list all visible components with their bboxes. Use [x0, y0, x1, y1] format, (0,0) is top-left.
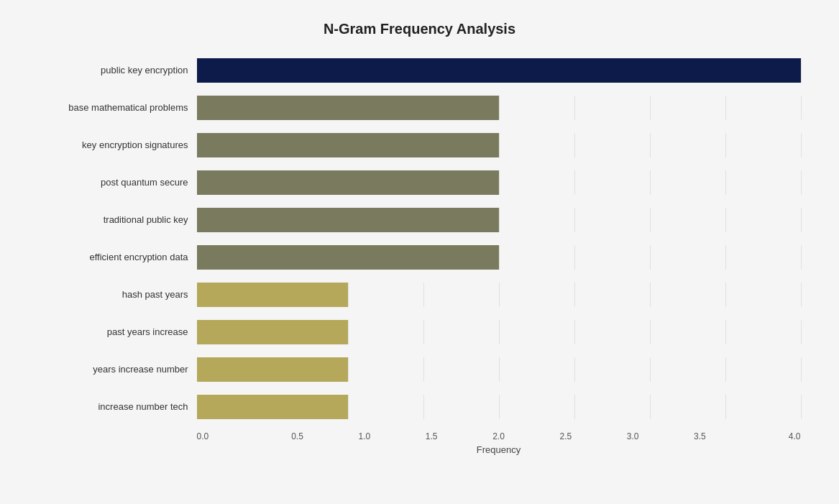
bar-fill: [197, 357, 348, 382]
chart-title: N-Gram Frequency Analysis: [39, 21, 801, 37]
x-axis-tick-label: 1.0: [331, 431, 398, 441]
bar-label: efficient encryption data: [39, 252, 197, 262]
bar-row: efficient encryption data: [39, 239, 801, 276]
x-axis-tick-label: 2.0: [465, 431, 532, 441]
bar-fill: [197, 170, 499, 195]
bar-fill: [197, 245, 499, 270]
bar-row: hash past years: [39, 276, 801, 313]
x-axis-tick-label: 3.5: [666, 431, 733, 441]
bar-row: years increase number: [39, 351, 801, 388]
bar-label: past years increase: [39, 326, 197, 337]
bar-label: traditional public key: [39, 214, 197, 225]
x-axis-tick-label: 3.0: [599, 431, 666, 441]
x-axis-tick-label: 4.0: [733, 431, 800, 441]
bar-row: post quantum secure: [39, 164, 801, 201]
bar-label: years increase number: [39, 364, 197, 375]
x-axis-title: Frequency: [197, 444, 801, 455]
bar-row: traditional public key: [39, 201, 801, 239]
bar-fill: [197, 133, 499, 157]
bar-label: base mathematical problems: [39, 102, 197, 113]
bar-row: increase number tech: [39, 388, 801, 426]
bar-label: post quantum secure: [39, 177, 197, 188]
bar-label: increase number tech: [39, 401, 197, 412]
x-axis-tick-label: 2.5: [532, 431, 599, 441]
bar-fill: [197, 395, 348, 419]
bar-label: hash past years: [39, 289, 197, 300]
bar-fill: [197, 96, 499, 120]
bar-fill: [197, 320, 348, 344]
bar-fill: [197, 208, 499, 232]
bar-fill: [197, 283, 348, 307]
bar-row: key encryption signatures: [39, 127, 801, 164]
chart-container: N-Gram Frequency Analysis public key enc…: [24, 6, 815, 498]
x-axis-tick-label: 0.0: [197, 431, 264, 441]
bar-row: base mathematical problems: [39, 89, 801, 127]
bar-label: public key encryption: [39, 65, 197, 75]
bar-row: past years increase: [39, 313, 801, 351]
bar-row: public key encryption: [39, 52, 801, 89]
bar-label: key encryption signatures: [39, 139, 197, 150]
x-axis-tick-label: 0.5: [264, 431, 331, 441]
bar-fill: [197, 58, 801, 83]
x-axis-tick-label: 1.5: [398, 431, 464, 441]
